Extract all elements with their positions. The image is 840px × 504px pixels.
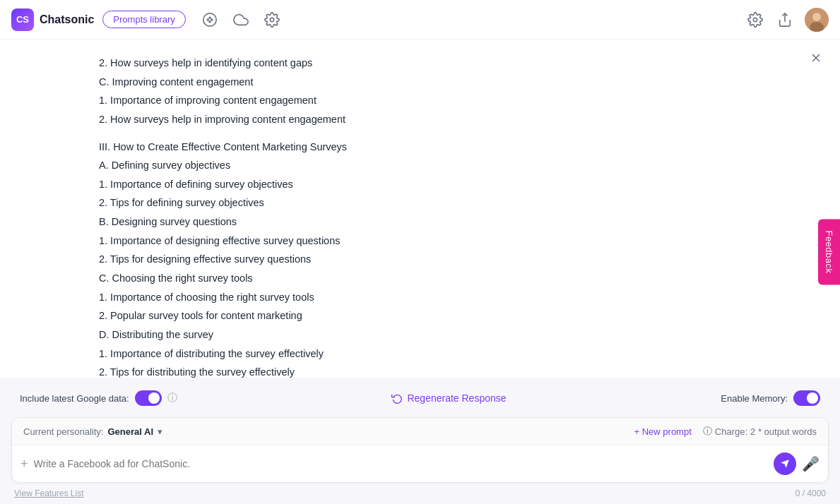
controls-bar: Include latest Google data: ⓘ Regenerate… <box>11 385 829 412</box>
new-prompt-button[interactable]: + New prompt <box>634 426 692 437</box>
content-line: D. Distributing the survey <box>99 325 741 344</box>
svg-point-0 <box>203 13 216 25</box>
cloud-icon[interactable] <box>231 10 251 30</box>
message-input[interactable] <box>34 458 768 469</box>
gear-icon[interactable] <box>262 10 282 30</box>
personality-left: Current personality: General AI ▾ <box>23 426 162 437</box>
personality-right: + New prompt ⓘ Charge: 2 * output words <box>634 425 817 438</box>
content-spacer <box>99 129 741 138</box>
prompts-library-button[interactable]: Prompts library <box>102 11 185 28</box>
content-line: 1. Importance of defining survey objecti… <box>99 175 741 194</box>
chevron-down-icon[interactable]: ▾ <box>158 426 162 437</box>
content-line: 1. Importance of choosing the right surv… <box>99 288 741 307</box>
personality-value: General AI <box>107 426 153 437</box>
svg-point-2 <box>211 19 213 20</box>
svg-point-5 <box>270 18 274 22</box>
content-line: 2. Tips for defining survey objectives <box>99 193 741 212</box>
main: 2. How surveys help in identifying conte… <box>0 40 840 504</box>
memory-toggle[interactable] <box>793 390 820 406</box>
logo-area: CS Chatsonic <box>11 8 94 31</box>
header-right <box>745 8 829 32</box>
content-line: 2. How surveys help in identifying conte… <box>99 54 741 73</box>
google-data-toggle[interactable] <box>135 390 162 406</box>
header-icons <box>200 10 282 30</box>
memory-label: Enable Memory: <box>721 393 788 404</box>
brand-name: Chatsonic <box>40 13 94 26</box>
svg-point-3 <box>209 17 211 18</box>
personality-bar: Current personality: General AI ▾ + New … <box>12 418 828 445</box>
content-line: 2. How surveys help in improving content… <box>99 110 741 129</box>
content-line: B. Designing survey questions <box>99 212 741 232</box>
send-button[interactable] <box>774 452 796 475</box>
share-icon[interactable] <box>775 10 795 30</box>
content-line: III. How to Create Effective Content Mar… <box>99 138 741 157</box>
input-container: Current personality: General AI ▾ + New … <box>11 417 829 483</box>
logo-icon: CS <box>11 8 34 31</box>
content-line: 1. Importance of distributing the survey… <box>99 344 741 364</box>
header: CS Chatsonic Prompts library <box>0 0 840 40</box>
char-count: 0 / 4000 <box>795 488 826 498</box>
memory-group: Enable Memory: <box>721 390 820 406</box>
charge-label: Charge: <box>715 426 747 437</box>
google-data-group: Include latest Google data: ⓘ <box>20 390 177 406</box>
add-button[interactable]: + <box>20 457 28 472</box>
svg-point-1 <box>207 19 208 20</box>
content-line: A. Defining survey objectives <box>99 156 741 175</box>
info-icon[interactable]: ⓘ <box>167 392 177 404</box>
charge-value: 2 * output words <box>750 426 817 437</box>
settings-icon[interactable] <box>745 10 765 30</box>
feedback-tab[interactable]: Feedback <box>818 219 840 284</box>
microphone-icon[interactable]: 🎤 <box>802 455 820 472</box>
content-line: C. Improving content engagement <box>99 73 741 92</box>
info-circle-icon: ⓘ <box>703 425 712 438</box>
bottom-section: Include latest Google data: ⓘ Regenerate… <box>0 378 840 504</box>
svg-point-6 <box>753 18 757 22</box>
svg-point-9 <box>812 13 821 21</box>
content-area: 2. How surveys help in identifying conte… <box>0 40 840 378</box>
google-data-label: Include latest Google data: <box>20 393 129 404</box>
personality-label: Current personality: <box>23 426 103 437</box>
charge-info: ⓘ Charge: 2 * output words <box>703 425 817 438</box>
content-line: 1. Importance of improving content engag… <box>99 91 741 110</box>
content-line: 1. Importance of designing effective sur… <box>99 232 741 251</box>
content-line: 2. Tips for distributing the survey effe… <box>99 363 741 378</box>
content-line: C. Choosing the right survey tools <box>99 269 741 288</box>
game-controller-icon[interactable] <box>200 10 220 30</box>
content-line: 2. Tips for designing effective survey q… <box>99 250 741 269</box>
regenerate-button[interactable]: Regenerate Response <box>391 392 506 404</box>
close-button[interactable] <box>806 48 826 68</box>
footer-bar: View Features List 0 / 4000 <box>11 486 829 504</box>
avatar[interactable] <box>805 8 829 32</box>
content-line: 2. Popular survey tools for content mark… <box>99 306 741 325</box>
svg-point-4 <box>209 20 211 22</box>
input-field-area: + 🎤 <box>12 445 828 482</box>
view-features-link[interactable]: View Features List <box>14 488 84 498</box>
